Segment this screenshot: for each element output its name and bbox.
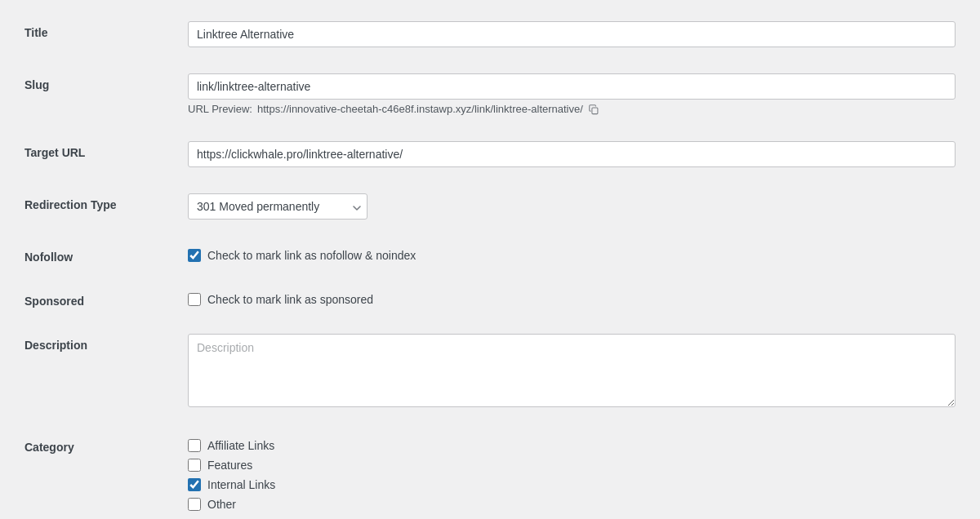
list-item: Other	[188, 498, 956, 511]
target-url-field	[188, 141, 956, 167]
category-affiliate-checkbox[interactable]	[188, 439, 201, 452]
sponsored-checkbox[interactable]	[188, 293, 201, 306]
list-item: Affiliate Links	[188, 439, 956, 452]
redirection-type-select[interactable]: 301 Moved permanently 302 Found 307 Temp…	[188, 193, 368, 220]
category-internal-checkbox[interactable]	[188, 478, 201, 491]
description-row: Description	[24, 329, 956, 415]
slug-field: URL Preview: https://innovative-cheetah-…	[188, 73, 956, 115]
category-field: Affiliate Links Features Internal Links …	[188, 436, 956, 511]
title-field	[188, 21, 956, 47]
copy-icon[interactable]	[588, 104, 599, 115]
sponsored-label: Sponsored	[24, 290, 188, 308]
nofollow-checkbox-label: Check to mark link as nofollow & noindex	[207, 249, 416, 262]
nofollow-checkbox[interactable]	[188, 249, 201, 262]
nofollow-field: Check to mark link as nofollow & noindex	[188, 246, 956, 262]
description-label: Description	[24, 334, 188, 352]
redirection-type-field: 301 Moved permanently 302 Found 307 Temp…	[188, 193, 956, 220]
category-label: Category	[24, 436, 188, 454]
category-row: Category Affiliate Links Features Intern…	[24, 431, 956, 516]
list-item: Features	[188, 459, 956, 472]
description-field	[188, 334, 956, 410]
slug-label: Slug	[24, 73, 188, 91]
redirection-type-label: Redirection Type	[24, 193, 188, 211]
sponsored-field: Check to mark link as sponsored	[188, 290, 956, 306]
url-preview-value: https://innovative-cheetah-c46e8f.instaw…	[257, 103, 583, 115]
target-url-label: Target URL	[24, 141, 188, 159]
slug-input[interactable]	[188, 73, 956, 100]
title-label: Title	[24, 21, 188, 39]
title-input[interactable]	[188, 21, 956, 47]
category-other-checkbox[interactable]	[188, 498, 201, 511]
category-list: Affiliate Links Features Internal Links …	[188, 436, 956, 511]
sponsored-checkbox-label: Check to mark link as sponsored	[207, 293, 373, 306]
category-affiliate-label: Affiliate Links	[207, 439, 274, 452]
category-internal-label: Internal Links	[207, 478, 275, 491]
url-preview-prefix: URL Preview:	[188, 103, 252, 115]
redirection-type-row: Redirection Type 301 Moved permanently 3…	[24, 189, 956, 224]
category-other-label: Other	[207, 498, 236, 511]
sponsored-checkbox-row: Check to mark link as sponsored	[188, 290, 956, 306]
description-textarea[interactable]	[188, 334, 956, 407]
list-item: Internal Links	[188, 478, 956, 491]
category-features-label: Features	[207, 459, 252, 472]
title-row: Title	[24, 16, 956, 52]
slug-row: Slug URL Preview: https://innovative-che…	[24, 69, 956, 120]
form-container: Title Slug URL Preview: https://innovati…	[0, 0, 980, 519]
category-features-checkbox[interactable]	[188, 459, 201, 472]
url-preview: URL Preview: https://innovative-cheetah-…	[188, 103, 956, 115]
nofollow-label: Nofollow	[24, 246, 188, 264]
nofollow-row: Nofollow Check to mark link as nofollow …	[24, 241, 956, 268]
target-url-row: Target URL	[24, 136, 956, 172]
sponsored-row: Sponsored Check to mark link as sponsore…	[24, 285, 956, 313]
target-url-input[interactable]	[188, 141, 956, 167]
redirection-type-select-wrapper: 301 Moved permanently 302 Found 307 Temp…	[188, 193, 368, 220]
nofollow-checkbox-row: Check to mark link as nofollow & noindex	[188, 246, 956, 262]
svg-rect-0	[592, 107, 598, 113]
